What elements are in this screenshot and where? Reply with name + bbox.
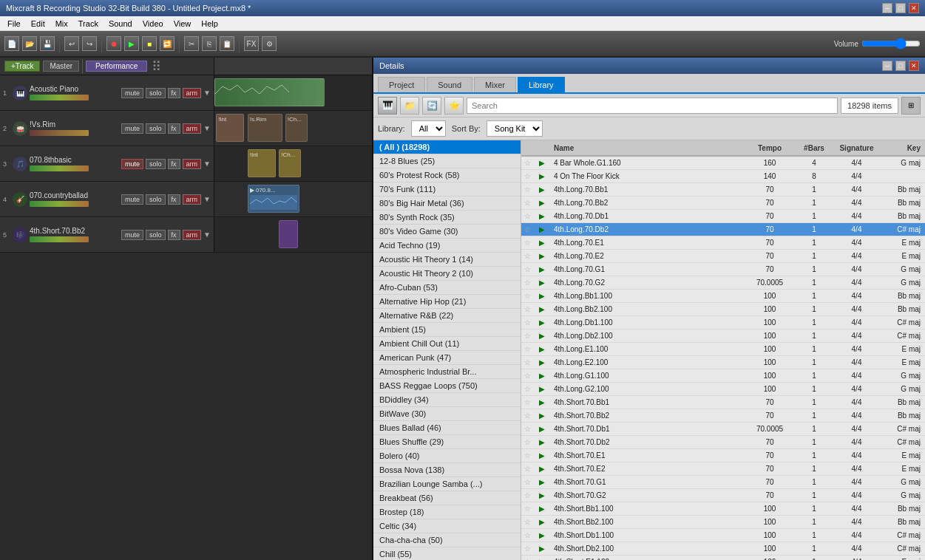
play-icon[interactable]: ▶ [539,385,545,393]
star-icon[interactable]: ☆ [524,265,531,273]
track-4-arm-button[interactable]: arm [183,194,202,205]
genre-item[interactable]: Alternative R&B (22) [373,309,521,323]
genre-item[interactable]: 12-8 Blues (25) [373,154,521,168]
table-row[interactable]: ☆ ▶ 4th.Short.70.G2 70 1 4/4 G maj [521,489,925,502]
copy-icon[interactable]: ⎘ [202,36,217,51]
star-icon[interactable]: ☆ [524,212,531,220]
track-2-volume-bar[interactable] [30,130,89,136]
play-icon[interactable]: ▶ [539,544,545,553]
star-icon[interactable]: ☆ [524,372,531,380]
genre-item[interactable]: ( All ) (18298) [373,140,521,154]
star-cell[interactable]: ☆ [521,491,536,499]
table-row[interactable]: ☆ ▶ 4th.Short.Bb1.100 100 1 4/4 Bb maj [521,502,925,516]
track-2-solo-button[interactable]: solo [146,123,166,134]
star-icon[interactable]: ☆ [524,544,531,553]
col-key[interactable]: Key [881,144,925,152]
star-icon[interactable]: ☆ [524,531,531,539]
table-row[interactable]: ☆ ▶ 4th.Long.Db1.100 100 1 4/4 C# maj [521,316,925,329]
menu-sound[interactable]: Sound [104,18,137,29]
genre-item[interactable]: Blues Ballad (46) [373,421,521,435]
star-icon[interactable]: ☆ [524,172,531,180]
col-tempo[interactable]: Tempo [744,144,796,152]
play-cell[interactable]: ▶ [536,185,551,194]
table-row[interactable]: ☆ ▶ 4th.Short.Db1.100 100 1 4/4 C# maj [521,529,925,542]
play-cell[interactable]: ▶ [536,398,551,406]
details-close-button[interactable]: ✕ [909,61,919,71]
track-1-volume-bar[interactable] [30,95,89,100]
play-cell[interactable]: ▶ [536,159,551,167]
star-icon[interactable]: ☆ [524,491,531,499]
star-icon[interactable]: ☆ [524,318,531,327]
play-cell[interactable]: ▶ [536,518,551,526]
play-cell[interactable]: ▶ [536,505,551,513]
menu-view[interactable]: View [169,18,196,29]
play-cell[interactable]: ▶ [536,531,551,539]
menu-help[interactable]: Help [197,18,223,29]
table-row[interactable]: ☆ ▶ 4 On The Floor Kick 140 8 4/4 [521,170,925,183]
play-icon[interactable]: ▶ [539,318,545,327]
track-1-content[interactable] [214,75,372,110]
star-cell[interactable]: ☆ [521,199,536,207]
minimize-button[interactable]: ─ [882,3,892,13]
play-cell[interactable]: ▶ [536,292,551,300]
play-icon[interactable]: ▶ [539,451,545,460]
track-2-fx-button[interactable]: fx [168,123,180,134]
star-cell[interactable]: ☆ [521,265,536,273]
track-1-expand-icon[interactable]: ▼ [203,89,211,97]
add-track-button[interactable]: +Track [4,61,40,72]
table-row[interactable]: ☆ ▶ 4th.Long.E2.100 100 1 4/4 E maj [521,356,925,369]
play-cell[interactable]: ▶ [536,491,551,499]
table-row[interactable]: ☆ ▶ 4th.Long.Db2.100 100 1 4/4 C# maj [521,329,925,343]
star-cell[interactable]: ☆ [521,372,536,380]
performance-button[interactable]: Performance [86,61,147,72]
track-1-fx-button[interactable]: fx [168,88,180,98]
star-cell[interactable]: ☆ [521,225,536,233]
table-row[interactable]: ☆ ▶ 4th.Long.70.Db2 70 1 4/4 C# maj [521,223,925,236]
play-cell[interactable]: ▶ [536,438,551,446]
new-icon[interactable]: 📄 [4,36,19,51]
play-icon[interactable]: ▶ [539,265,545,273]
volume-slider[interactable] [861,38,921,49]
track-5-mute-button[interactable]: mute [121,230,143,240]
track-5-solo-button[interactable]: solo [146,230,166,240]
settings-icon[interactable]: ⚙ [262,36,277,51]
play-cell[interactable]: ▶ [536,425,551,433]
library-select[interactable]: All [411,120,446,137]
genre-item[interactable]: Afro-Cuban (53) [373,281,521,295]
play-icon[interactable]: ▶ [539,518,545,526]
track-3-solo-button[interactable]: solo [146,159,166,169]
star-icon[interactable]: ☆ [524,199,531,207]
play-icon[interactable]: ▶ [539,305,545,313]
play-icon[interactable]: ▶ [539,199,545,207]
play-cell[interactable]: ▶ [536,544,551,553]
play-cell[interactable]: ▶ [536,265,551,273]
play-icon[interactable]: ▶ [539,478,545,486]
genre-item[interactable]: Cha-cha-cha (50) [373,533,521,547]
track-3-content[interactable]: !Int !Ch... [214,146,372,181]
star-icon[interactable]: ☆ [524,465,531,473]
genre-item[interactable]: Atmospheric Industrial Br... [373,365,521,379]
table-row[interactable]: ☆ ▶ 4th.Short.Bb2.100 100 1 4/4 Bb maj [521,516,925,529]
menu-mix[interactable]: Mix [51,18,72,29]
details-maximize-button[interactable]: □ [895,61,906,71]
star-icon[interactable]: ☆ [524,438,531,446]
library-favorites-icon[interactable]: ⭐ [444,97,464,115]
genre-item[interactable]: 60's Protest Rock (58) [373,168,521,182]
genre-item[interactable]: BitWave (30) [373,407,521,421]
play-icon[interactable]: ▶ [539,358,545,366]
play-icon[interactable]: ▶ [539,465,545,473]
track-2-clip-rim[interactable]: !s.Rim [248,114,282,142]
col-name[interactable]: Name [551,144,744,152]
table-row[interactable]: ☆ ▶ 4th.Long.E1.100 100 1 4/4 E maj [521,343,925,356]
table-row[interactable]: ☆ ▶ 4th.Short.70.Bb1 70 1 4/4 Bb maj [521,396,925,409]
table-row[interactable]: ☆ ▶ 4th.Long.Bb1.100 100 1 4/4 Bb maj [521,290,925,303]
track-3-clip-ch[interactable]: !Ch... [279,149,301,177]
star-icon[interactable]: ☆ [524,292,531,300]
track-5-volume-bar[interactable] [30,236,89,242]
star-icon[interactable]: ☆ [524,345,531,353]
genre-item[interactable]: Acoustic Hit Theory 1 (14) [373,253,521,267]
play-cell[interactable]: ▶ [536,252,551,260]
track-5-expand-icon[interactable]: ▼ [203,231,211,239]
play-cell[interactable]: ▶ [536,412,551,420]
genre-item[interactable]: Bolero (40) [373,449,521,463]
